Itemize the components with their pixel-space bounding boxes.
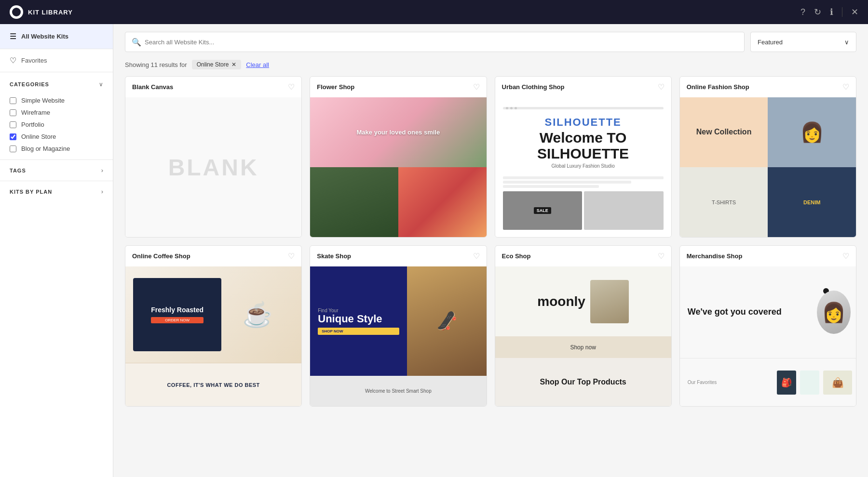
search-input[interactable]: [125, 32, 745, 52]
coffee-cta: ORDER NOW: [151, 317, 203, 323]
favorites-label: Favorites: [21, 57, 47, 64]
favorite-icon[interactable]: ♡: [842, 82, 849, 92]
merch-person-icon: 👩: [817, 291, 851, 334]
merch-top: We've got you covered 👩: [680, 266, 856, 358]
favorite-icon[interactable]: ♡: [288, 82, 295, 92]
kit-card-header: Online Coffee Shop ♡: [125, 246, 301, 266]
kit-card-flower-shop[interactable]: Flower Shop ♡ Make your loved ones smile: [310, 76, 487, 238]
clear-all-button[interactable]: Clear all: [246, 61, 269, 68]
denim-text: DENIM: [803, 199, 820, 205]
help-icon[interactable]: ?: [800, 7, 805, 17]
blog-magazine-checkbox[interactable]: [10, 146, 16, 152]
browser-bar: [503, 107, 664, 109]
active-filter-tag[interactable]: Online Store ✕: [192, 60, 242, 69]
new-collection-text: New Collection: [696, 127, 752, 137]
fashion-tshirts-block: T-SHIRTS: [680, 167, 768, 237]
flower-hero-text: Make your loved ones smile: [357, 129, 440, 136]
sidebar-item-favorites[interactable]: ♡ Favorites: [0, 49, 113, 72]
kits-by-plan-label: KITS BY PLAN: [10, 189, 52, 195]
kit-card-header: Blank Canvas ♡: [125, 77, 301, 97]
kit-card-urban-clothing[interactable]: Urban Clothing Shop ♡ SILHOUETTE Welcome…: [495, 76, 672, 238]
category-online-store[interactable]: Online Store: [10, 131, 103, 143]
eco-product-img: [590, 280, 629, 323]
categories-header[interactable]: CATEGORIES ∨: [10, 81, 103, 88]
filter-tag-label: Online Store: [197, 61, 229, 68]
skate-right: 🛹: [407, 266, 486, 376]
favorite-icon[interactable]: ♡: [288, 252, 295, 261]
all-kits-label: All Website Kits: [21, 33, 68, 40]
online-store-checkbox[interactable]: [10, 133, 16, 140]
kit-title: Eco Shop: [502, 252, 531, 260]
urban-brand: SILHOUETTE: [544, 116, 621, 129]
kit-title: Skate Shop: [317, 252, 351, 260]
category-wireframe[interactable]: Wireframe: [10, 106, 103, 119]
categories-title: CATEGORIES: [10, 81, 49, 87]
kit-card-header: Urban Clothing Shop ♡: [495, 77, 671, 97]
flower-right-img: [398, 167, 487, 237]
skate-unique: Unique Style: [318, 313, 399, 325]
category-blog-magazine[interactable]: Blog or Magazine: [10, 143, 103, 155]
eco-bottom-text: Shop Our Top Products: [540, 378, 626, 386]
divider: [842, 7, 842, 17]
category-simple-website[interactable]: Simple Website: [10, 94, 103, 106]
top-bar-left: KIT LIBRARY: [10, 5, 73, 19]
wireframe-checkbox[interactable]: [10, 109, 16, 116]
featured-label: Featured: [758, 39, 783, 46]
kit-title: Urban Clothing Shop: [502, 83, 565, 91]
favorite-icon[interactable]: ♡: [473, 252, 480, 261]
skateboard-icon: 🛹: [431, 305, 463, 337]
categories-chevron-icon: ∨: [99, 81, 103, 88]
eco-brand: moonly: [537, 294, 585, 309]
refresh-icon[interactable]: ↻: [814, 7, 821, 17]
eco-text-block: moonly: [537, 294, 585, 309]
close-button[interactable]: ✕: [851, 7, 858, 17]
content-area: 🔍 Featured ∨ Showing 11 results for Onli…: [113, 24, 868, 477]
kit-card-eco-shop[interactable]: Eco Shop ♡ moonly Shop now Shop Our Top: [495, 245, 672, 407]
kit-preview: Find Your Unique Style SHOP NOW 🛹 Welcom…: [310, 266, 486, 406]
online-store-label: Online Store: [21, 133, 56, 140]
skate-find: Find Your: [318, 308, 399, 313]
sidebar-item-all-kits[interactable]: ☰ All Website Kits: [0, 24, 113, 49]
blank-canvas-text: BLANK: [168, 154, 259, 181]
filter-row: Showing 11 results for Online Store ✕ Cl…: [113, 60, 868, 76]
kit-title: Online Fashion Shop: [687, 83, 749, 91]
favorite-icon[interactable]: ♡: [473, 82, 480, 92]
favorite-icon[interactable]: ♡: [658, 252, 665, 261]
our-favorites-label: Our Favorites: [684, 380, 773, 385]
simple-website-checkbox[interactable]: [10, 97, 16, 104]
kit-card-skate-shop[interactable]: Skate Shop ♡ Find Your Unique Style SHOP…: [310, 245, 487, 407]
kit-title: Merchandise Shop: [687, 252, 743, 260]
kit-card-merchandise-shop[interactable]: Merchandise Shop ♡ We've got you covered…: [679, 245, 856, 407]
kit-preview: moonly Shop now Shop Our Top Products: [495, 266, 671, 406]
kit-card-online-fashion[interactable]: Online Fashion Shop ♡ New Collection 👩 T…: [679, 76, 856, 238]
coffee-top: Freshly Roasted ORDER NOW ☕: [125, 266, 301, 363]
kit-card-blank-canvas[interactable]: Blank Canvas ♡ BLANK: [125, 76, 302, 238]
urban-fashion-img: [584, 191, 664, 230]
kit-card-header: Eco Shop ♡: [495, 246, 671, 266]
skate-content: Find Your Unique Style SHOP NOW 🛹: [310, 266, 486, 376]
eco-shop-now: Shop now: [570, 344, 596, 351]
kit-card-header: Skate Shop ♡: [310, 246, 486, 266]
categories-section: CATEGORIES ∨ Simple Website Wireframe Po…: [0, 72, 113, 159]
portfolio-checkbox[interactable]: [10, 121, 16, 128]
kits-by-plan-section[interactable]: KITS BY PLAN ›: [0, 181, 113, 202]
top-bar-right: ? ↻ ℹ ✕: [800, 7, 858, 17]
sale-badge: SALE: [534, 207, 551, 214]
tags-section[interactable]: TAGS ›: [0, 159, 113, 181]
kit-card-header: Flower Shop ♡: [310, 77, 486, 97]
kit-preview: Make your loved ones smile: [310, 97, 486, 237]
category-portfolio[interactable]: Portfolio: [10, 119, 103, 131]
kit-preview: We've got you covered 👩 Our Favorites 🎒: [680, 266, 856, 406]
featured-dropdown[interactable]: Featured ∨: [750, 32, 856, 52]
favorite-icon[interactable]: ♡: [658, 82, 665, 92]
urban-sale-img: SALE: [503, 191, 583, 230]
info-icon[interactable]: ℹ: [830, 7, 833, 17]
kit-card-header: Online Fashion Shop ♡: [680, 77, 856, 97]
favorite-icon[interactable]: ♡: [842, 252, 849, 261]
filter-remove-icon[interactable]: ✕: [231, 61, 236, 68]
search-icon: 🔍: [132, 38, 141, 47]
skate-cta: SHOP NOW: [318, 328, 399, 335]
skate-bottom: Welcome to Street Smart Shop: [310, 376, 486, 406]
sidebar: ☰ All Website Kits ♡ Favorites CATEGORIE…: [0, 24, 113, 477]
kit-card-coffee-shop[interactable]: Online Coffee Shop ♡ Freshly Roasted ORD…: [125, 245, 302, 407]
